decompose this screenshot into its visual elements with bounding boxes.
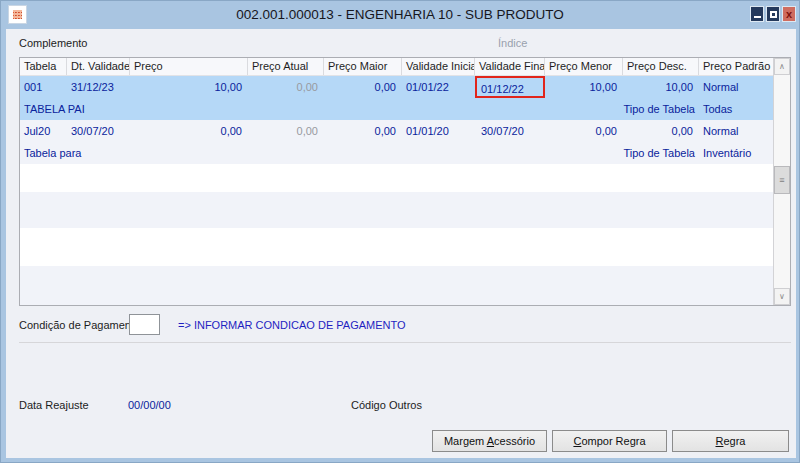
cell-dt-validade: 30/07/20 (67, 120, 130, 142)
col-header-preco-padrao[interactable]: Preço Padrão (699, 58, 774, 75)
cell-preco-maior: 0,00 (324, 120, 402, 142)
cell-preco-desc: 0,00 (623, 120, 699, 142)
divider (19, 342, 791, 343)
table-row[interactable]: Jul20 30/07/20 0,00 0,00 0,00 01/01/20 3… (20, 120, 790, 164)
empty-row (20, 228, 773, 266)
complemento-label: Complemento (19, 37, 87, 49)
close-button[interactable]: x (782, 6, 796, 22)
col-header-preco-atual[interactable]: Preço Atual (248, 58, 324, 75)
tipo-tabela-label: Tipo de Tabela (623, 98, 699, 120)
cell-preco: 10,00 (130, 76, 248, 98)
cell-preco-atual: 0,00 (248, 120, 324, 142)
cell-validade-inicial: 01/01/20 (402, 120, 475, 142)
table-header: Tabela Dt. Validade Preço Preço Atual Pr… (20, 58, 790, 76)
cell-validade-final-highlighted: 01/12/22 (475, 76, 545, 98)
condicao-pagamento-label: Condição de Pagamento (19, 319, 140, 331)
cell-tipo-tabela: Todas (699, 98, 774, 120)
title-bar: 002.001.000013 - ENGENHARIA 10 - SUB PRO… (1, 1, 799, 29)
empty-row (20, 192, 773, 228)
minimize-icon (754, 16, 761, 18)
scrollbar-thumb[interactable]: ≡ (774, 166, 790, 194)
empty-row (20, 266, 773, 305)
maximize-button[interactable] (766, 6, 780, 22)
dialog-body: Complemento Índice Tabela Dt. Validade P… (6, 29, 796, 458)
button-row: Margem Acessório Compor Regra Regra (432, 430, 789, 452)
cell-tipo-tabela: Inventário (699, 142, 774, 164)
cell-preco-menor: 10,00 (545, 76, 623, 98)
cell-preco-padrao: Normal (699, 76, 774, 98)
col-header-preco-desc[interactable]: Preço Desc. (623, 58, 699, 75)
dialog-window: 002.001.000013 - ENGENHARIA 10 - SUB PRO… (0, 0, 800, 463)
codigo-outros-label: Código Outros (351, 399, 422, 411)
cell-validade-inicial: 01/01/22 (402, 76, 475, 98)
cell-dt-validade: 31/12/23 (67, 76, 130, 98)
minimize-button[interactable] (750, 6, 764, 22)
indice-label: Índice (498, 37, 527, 49)
window-title: 002.001.000013 - ENGENHARIA 10 - SUB PRO… (1, 1, 799, 29)
cell-tabela: Jul20 (20, 120, 67, 142)
data-reajuste-label: Data Reajuste (19, 399, 89, 411)
margem-acessorio-button[interactable]: Margem Acessório (432, 430, 547, 452)
table-row[interactable]: 001 31/12/23 10,00 0,00 0,00 01/01/22 01… (20, 76, 790, 120)
col-header-preco[interactable]: Preço (130, 58, 248, 75)
cell-descricao: TABELA PAI (20, 98, 623, 120)
vertical-scrollbar[interactable]: ∧ ≡ ∨ (773, 58, 790, 305)
cell-tabela: 001 (20, 76, 67, 98)
data-reajuste-value: 00/00/00 (128, 399, 171, 411)
condicao-pagamento-hint: => INFORMAR CONDICAO DE PAGAMENTO (178, 319, 406, 331)
col-header-preco-maior[interactable]: Preço Maior (324, 58, 402, 75)
cell-validade-final: 30/07/20 (475, 120, 545, 142)
tipo-tabela-label: Tipo de Tabela (623, 142, 699, 164)
cell-preco-desc: 10,00 (623, 76, 699, 98)
scroll-down-icon[interactable]: ∨ (774, 288, 790, 305)
col-header-tabela[interactable]: Tabela (20, 58, 67, 75)
cell-preco-atual: 0,00 (248, 76, 324, 98)
regra-button[interactable]: Regra (672, 430, 789, 452)
empty-row (20, 164, 773, 192)
maximize-icon (770, 11, 777, 18)
scroll-up-icon[interactable]: ∧ (774, 58, 790, 75)
condicao-pagamento-input[interactable] (129, 314, 160, 335)
cell-descricao: Tabela para (20, 142, 623, 164)
col-header-dt-validade[interactable]: Dt. Validade (67, 58, 130, 75)
col-header-preco-menor[interactable]: Preço Menor (545, 58, 623, 75)
cell-preco: 0,00 (130, 120, 248, 142)
price-table: Tabela Dt. Validade Preço Preço Atual Pr… (19, 57, 791, 306)
compor-regra-button[interactable]: Compor Regra (552, 430, 667, 452)
cell-preco-padrao: Normal (699, 120, 774, 142)
cell-preco-menor: 0,00 (545, 120, 623, 142)
col-header-validade-inicial[interactable]: Validade Inicial (402, 58, 475, 75)
cell-preco-maior: 0,00 (324, 76, 402, 98)
col-header-validade-final[interactable]: Validade Final (475, 58, 545, 75)
